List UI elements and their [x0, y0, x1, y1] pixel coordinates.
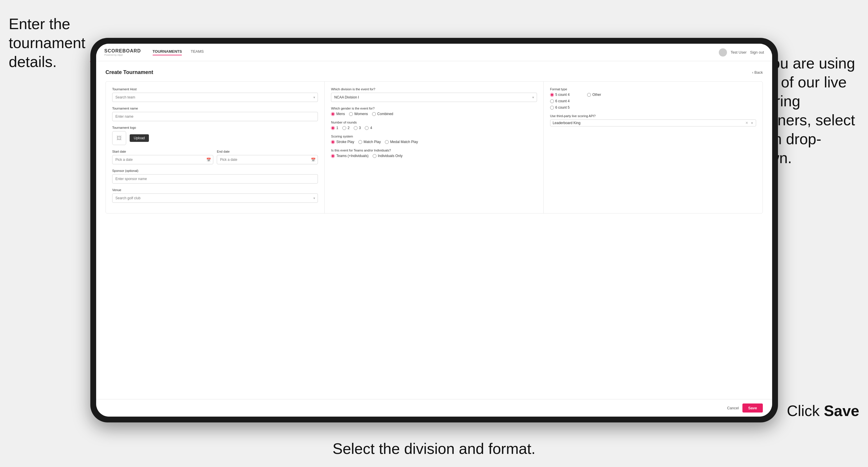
form-col-3: Format type 5 count 4 6 count 4 — [544, 82, 763, 213]
logo-area: SCOREBOARD Powered by clippt — [104, 49, 141, 56]
host-chevron-icon: ▼ — [313, 96, 315, 99]
scoring-medal[interactable]: Medal Match Play — [385, 140, 418, 144]
format-other[interactable]: Other — [587, 93, 601, 97]
signout-link[interactable]: Sign out — [750, 50, 764, 55]
format-6count4[interactable]: 6 count 4 — [550, 99, 570, 103]
format-5count4-radio[interactable] — [550, 93, 554, 97]
teams-teams-label: Teams (+Individuals) — [336, 154, 368, 158]
logo-label: Tournament logo — [112, 126, 318, 129]
scoring-stroke-label: Stroke Play — [336, 140, 354, 144]
teams-individuals-radio[interactable] — [373, 154, 376, 158]
nav-teams[interactable]: TEAMS — [191, 49, 204, 55]
teams-teams[interactable]: Teams (+Individuals) — [331, 154, 368, 158]
division-group: Which division is the event for? NCAA Di… — [331, 87, 537, 102]
logo-preview: 🖼 — [112, 131, 126, 145]
gender-womens-label: Womens — [354, 112, 368, 116]
tablet: SCOREBOARD Powered by clippt TOURNAMENTS… — [90, 38, 778, 423]
format-other-radio[interactable] — [587, 93, 591, 97]
rounds-4-label: 4 — [370, 126, 372, 130]
gender-mens[interactable]: Mens — [331, 112, 345, 116]
annotation-bottom-right: Click Save — [787, 401, 859, 421]
format-group: Format type 5 count 4 6 count 4 — [550, 87, 756, 110]
scoring-stroke[interactable]: Stroke Play — [331, 140, 354, 144]
scoring-match[interactable]: Match Play — [359, 140, 381, 144]
host-search-input[interactable] — [112, 93, 318, 102]
start-date-wrapper: 📅 — [112, 155, 213, 164]
rounds-1-radio[interactable] — [331, 126, 335, 130]
image-icon: 🖼 — [117, 135, 122, 141]
scoring-stroke-radio[interactable] — [331, 140, 335, 144]
scoring-radio-group: Stroke Play Match Play Medal Match Play — [331, 140, 537, 144]
logo-sub: Powered by clippt — [104, 54, 141, 56]
live-scoring-dropdown-icon[interactable]: ▼ — [751, 122, 753, 125]
division-label: Which division is the event for? — [331, 87, 537, 91]
division-select[interactable]: NCAA Division I NCAA Division II NCAA Di… — [331, 93, 537, 102]
venue-search-input[interactable] — [112, 193, 318, 203]
cancel-button[interactable]: Cancel — [727, 406, 739, 410]
teams-individuals[interactable]: Individuals Only — [373, 154, 403, 158]
content-area: Create Tournament ‹ Back Tournament Host… — [96, 61, 772, 399]
live-scoring-clear-icon[interactable]: ✕ — [745, 121, 748, 125]
tablet-screen: SCOREBOARD Powered by clippt TOURNAMENTS… — [96, 44, 772, 416]
scoring-label: Scoring system — [331, 134, 537, 138]
rounds-4-radio[interactable] — [365, 126, 369, 130]
gender-womens[interactable]: Womens — [349, 112, 368, 116]
gender-mens-radio[interactable] — [331, 112, 335, 116]
page-header: Create Tournament ‹ Back — [105, 69, 763, 75]
rounds-1[interactable]: 1 — [331, 126, 338, 130]
start-date-group: Start date 📅 — [112, 150, 213, 164]
tournament-logo-group: Tournament logo 🖼 Upload — [112, 126, 318, 145]
topbar: SCOREBOARD Powered by clippt TOURNAMENTS… — [96, 44, 772, 61]
back-button[interactable]: ‹ Back — [752, 70, 763, 74]
teams-teams-radio[interactable] — [331, 154, 335, 158]
rounds-3[interactable]: 3 — [354, 126, 361, 130]
annotation-top-left: Enter the tournament details. — [9, 14, 90, 71]
scoring-match-radio[interactable] — [359, 140, 362, 144]
end-date-label: End date — [217, 150, 318, 153]
start-date-input[interactable] — [112, 155, 213, 164]
sponsor-input[interactable] — [112, 174, 318, 184]
rounds-1-label: 1 — [336, 126, 338, 130]
sponsor-label: Sponsor (optional) — [112, 169, 318, 173]
date-row: Start date 📅 End date 📅 — [112, 150, 318, 164]
scoring-match-label: Match Play — [364, 140, 381, 144]
live-scoring-label: Use third-party live scoring API? — [550, 114, 756, 118]
end-date-input[interactable] — [217, 155, 318, 164]
scoring-medal-radio[interactable] — [385, 140, 389, 144]
format-6count4-radio[interactable] — [550, 99, 554, 103]
upload-button[interactable]: Upload — [130, 134, 149, 142]
form-grid: Tournament Host ▼ Tournament name Tourna… — [105, 81, 763, 214]
tournament-host-group: Tournament Host ▼ — [112, 87, 318, 102]
live-scoring-group: Use third-party live scoring API? Leader… — [550, 114, 756, 126]
rounds-4[interactable]: 4 — [365, 126, 372, 130]
venue-label: Venue — [112, 188, 318, 192]
format-5count4[interactable]: 5 count 4 — [550, 93, 570, 97]
name-label: Tournament name — [112, 106, 318, 110]
teams-label: Is this event for Teams and/or Individua… — [331, 149, 537, 152]
gender-radio-group: Mens Womens Combined — [331, 112, 537, 116]
start-date-label: Start date — [112, 150, 213, 153]
gender-womens-radio[interactable] — [349, 112, 353, 116]
teams-individuals-label: Individuals Only — [378, 154, 403, 158]
topbar-right: Test User Sign out — [719, 49, 764, 57]
format-6count5[interactable]: 6 count 5 — [550, 105, 570, 110]
scoring-medal-label: Medal Match Play — [390, 140, 418, 144]
format-6count5-label: 6 count 5 — [555, 105, 570, 110]
gender-combined[interactable]: Combined — [372, 112, 393, 116]
page-title: Create Tournament — [105, 69, 153, 75]
format-6count5-radio[interactable] — [550, 106, 554, 110]
venue-chevron-icon: ▼ — [313, 197, 315, 200]
save-button[interactable]: Save — [742, 404, 763, 412]
rounds-2-radio[interactable] — [342, 126, 346, 130]
teams-radio-group: Teams (+Individuals) Individuals Only — [331, 154, 537, 158]
rounds-2[interactable]: 2 — [342, 126, 350, 130]
nav-tournaments[interactable]: TOURNAMENTS — [153, 49, 182, 55]
end-calendar-icon: 📅 — [311, 158, 315, 162]
name-input[interactable] — [112, 112, 318, 121]
format-radio-group: 5 count 4 6 count 4 6 count 5 — [550, 93, 570, 110]
host-label: Tournament Host — [112, 87, 318, 91]
annotation-bottom-center: Select the division and format. — [333, 439, 535, 458]
gender-combined-radio[interactable] — [372, 112, 376, 116]
rounds-3-radio[interactable] — [354, 126, 358, 130]
format-5count4-label: 5 count 4 — [555, 93, 570, 97]
